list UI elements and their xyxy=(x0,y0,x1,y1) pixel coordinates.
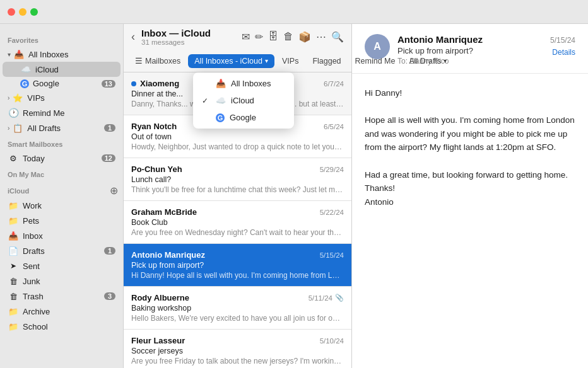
dropdown-item-all-inboxes[interactable]: 📥 All Inboxes xyxy=(193,75,294,92)
sidebar-icloud-label: iCloud xyxy=(8,187,29,195)
compose-icon[interactable]: ✉ xyxy=(242,31,250,43)
sent-icon: ➤ xyxy=(8,260,19,272)
tab-mailboxes[interactable]: ☰ Mailboxes xyxy=(129,54,187,68)
email-subject: Book Club xyxy=(131,218,344,227)
vips-icon: ⭐ xyxy=(12,92,23,103)
all-inboxes-icloud-tab-label: All Inboxes - iCloud xyxy=(194,57,262,66)
sidebar-item-label: Junk xyxy=(23,277,40,286)
sidebar-item-junk[interactable]: 🗑 Junk xyxy=(3,273,121,289)
email-subject: Lunch call? xyxy=(131,175,344,184)
google-dd-icon: G xyxy=(216,113,225,122)
sidebar-item-label: Work xyxy=(23,201,42,210)
maximize-button[interactable] xyxy=(30,8,38,16)
sidebar-item-today[interactable]: ⚙ Today 12 xyxy=(3,151,121,166)
all-drafts-icon: 📋 xyxy=(12,122,23,134)
title-bar xyxy=(0,0,588,24)
sidebar-item-work[interactable]: 📁 Work xyxy=(3,198,121,213)
email-item-selected[interactable]: Antonio Manriquez 5/15/24 Pick up from a… xyxy=(124,244,351,287)
app-window: Favorites ▾ 📥 All Inboxes ☁️ iCloud G Go… xyxy=(0,0,588,368)
sidebar-section-favorites: Favorites xyxy=(0,32,123,47)
sidebar-item-all-drafts[interactable]: › 📋 All Drafts 1 xyxy=(3,120,121,135)
dropdown-item-icloud[interactable]: ✓ ☁️ iCloud xyxy=(193,92,294,109)
sidebar-item-trash[interactable]: 🗑 Trash 3 xyxy=(3,289,121,304)
chevron-icon: › xyxy=(8,125,9,132)
sidebar-item-pets[interactable]: 📁 Pets xyxy=(3,213,121,228)
reading-date: 5/15/24 xyxy=(550,36,575,45)
search-icon[interactable]: 🔍 xyxy=(331,31,344,43)
drafts-icon: 📄 xyxy=(8,245,19,256)
sidebar-item-all-inboxes[interactable]: ▾ 📥 All Inboxes xyxy=(3,47,121,62)
sidebar-section-on-my-mac: On My Mac xyxy=(0,166,123,181)
all-inboxes-icon: 📥 xyxy=(13,49,25,60)
email-item-header: Rody Albuerne 5/11/24 📎 xyxy=(131,293,344,302)
tab-all-inboxes-icloud[interactable]: All Inboxes - iCloud ▾ xyxy=(188,54,274,68)
edit-icon[interactable]: ✏ xyxy=(255,31,263,43)
email-date: 5/11/24 xyxy=(309,294,332,302)
email-list-header: ‹ Inbox — iCloud 31 messages ✉ ✏ 🗄 🗑 📦 ⋯ xyxy=(124,24,351,72)
email-preview: Hello Bakers, We're very excited to have… xyxy=(131,314,344,323)
sidebar-item-remind-me[interactable]: 🕐 Remind Me xyxy=(3,105,121,120)
sidebar-item-archive[interactable]: 📁 Archive xyxy=(3,304,121,319)
email-preview: Think you'll be free for a lunchtime cha… xyxy=(131,185,344,194)
body-text: Had a great time, but looking forward to… xyxy=(365,168,575,209)
move-icon[interactable]: 📦 xyxy=(298,31,311,43)
tab-flagged[interactable]: Flagged xyxy=(306,54,347,68)
email-item[interactable]: Fleur Lasseur 5/10/24 Soccer jerseys Are… xyxy=(124,330,351,368)
sidebar-section-smart: Smart Mailboxes xyxy=(0,135,123,151)
dropdown-item-label: Google xyxy=(230,113,256,122)
sidebar-item-google[interactable]: G Google 13 xyxy=(3,77,121,90)
tab-all-drafts[interactable]: All Drafts ▾ xyxy=(403,54,454,68)
add-mailbox-button[interactable]: ⊕ xyxy=(110,185,118,197)
inbox-dropdown: 📥 All Inboxes ✓ ☁️ iCloud G xyxy=(193,72,294,129)
folder-icon: 📁 xyxy=(8,215,19,226)
all-drafts-badge: 1 xyxy=(104,124,115,132)
close-button[interactable] xyxy=(8,8,15,16)
details-link[interactable]: Details xyxy=(550,48,575,57)
main-area: ‹ Inbox — iCloud 31 messages ✉ ✏ 🗄 🗑 📦 ⋯ xyxy=(124,24,588,368)
sidebar-item-label: Inbox xyxy=(23,231,43,241)
sidebar-item-label: Archive xyxy=(23,307,50,316)
unread-dot xyxy=(131,81,136,86)
sidebar-item-label: All Inboxes xyxy=(28,50,69,59)
all-inboxes-dd-icon: 📥 xyxy=(216,79,226,88)
sidebar-item-school[interactable]: 📁 School xyxy=(3,319,121,334)
email-item[interactable]: Po-Chun Yeh 5/29/24 Lunch call? Think yo… xyxy=(124,158,351,201)
tab-vips[interactable]: VIPs xyxy=(276,54,305,68)
inbox-folder-icon: 📥 xyxy=(8,230,19,241)
back-button[interactable]: ‹ xyxy=(131,30,135,43)
dropdown-item-google[interactable]: G Google xyxy=(193,109,294,126)
email-item[interactable]: Graham McBride 5/22/24 Book Club Are you… xyxy=(124,201,351,244)
sidebar-item-label: Drafts xyxy=(23,246,45,256)
more-icon[interactable]: ⋯ xyxy=(316,31,326,43)
sidebar-item-inbox-icloud[interactable]: 📥 Inbox xyxy=(3,228,121,243)
email-item[interactable]: Rody Albuerne 5/11/24 📎 Baking workshop … xyxy=(124,287,351,330)
mailboxes-tab-icon: ☰ xyxy=(135,56,143,66)
chevron-icon: › xyxy=(8,95,9,101)
delete-icon[interactable]: 🗑 xyxy=(283,31,293,43)
reading-body: Hi Danny! Hope all is well with you. I'm… xyxy=(352,74,588,368)
trash-icon: 🗑 xyxy=(8,290,19,302)
email-date: 5/10/24 xyxy=(320,337,344,345)
email-item-header: Graham McBride 5/22/24 xyxy=(131,207,344,217)
vips-tab-label: VIPs xyxy=(282,57,298,66)
email-preview: Are you free Friday to talk about the ne… xyxy=(131,357,344,365)
dropdown-item-label: iCloud xyxy=(231,96,254,105)
sidebar-item-drafts[interactable]: 📄 Drafts 1 xyxy=(3,243,121,258)
folder-icon: 📁 xyxy=(8,200,19,211)
remind-me-icon: 🕐 xyxy=(8,107,19,118)
sidebar-item-sent[interactable]: ➤ Sent xyxy=(3,258,121,273)
minimize-button[interactable] xyxy=(19,8,26,16)
content-area: Favorites ▾ 📥 All Inboxes ☁️ iCloud G Go… xyxy=(0,24,588,368)
sidebar-item-label: Google xyxy=(33,79,59,88)
sidebar-item-icloud[interactable]: ☁️ iCloud xyxy=(3,62,121,77)
email-item-header: Po-Chun Yeh 5/29/24 xyxy=(131,164,344,174)
sidebar-item-vips[interactable]: › ⭐ VIPs xyxy=(3,90,121,105)
email-list-pane: ‹ Inbox — iCloud 31 messages ✉ ✏ 🗄 🗑 📦 ⋯ xyxy=(124,24,352,368)
sidebar-item-label: Pets xyxy=(23,216,39,226)
tab-remind-me[interactable]: Remind Me xyxy=(349,54,402,68)
sidebar-item-label: School xyxy=(23,322,48,331)
email-preview: Hi Danny! Hope all is well with you. I'm… xyxy=(131,271,344,280)
sidebar-item-label: All Drafts xyxy=(27,124,61,133)
tabs-bar: ☰ Mailboxes All Inboxes - iCloud ▾ VIPs … xyxy=(124,50,351,72)
archive-toolbar-icon[interactable]: 🗄 xyxy=(268,31,278,43)
